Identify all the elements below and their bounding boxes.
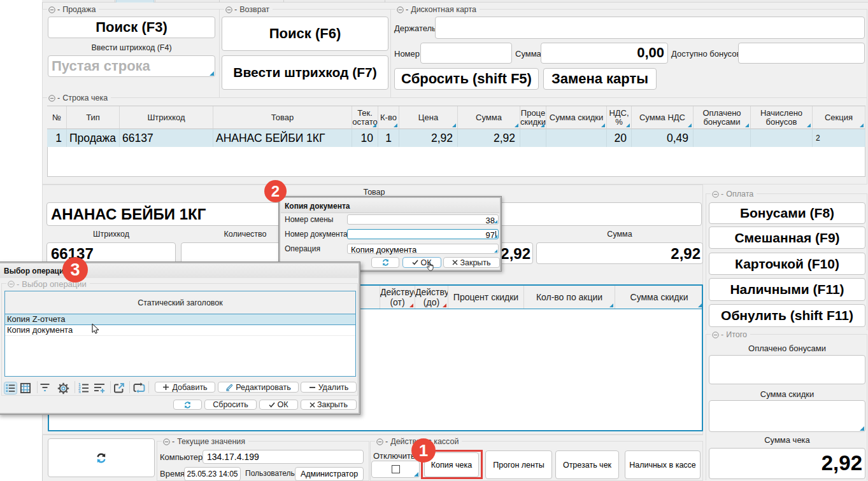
- svg-text:3: 3: [78, 390, 81, 394]
